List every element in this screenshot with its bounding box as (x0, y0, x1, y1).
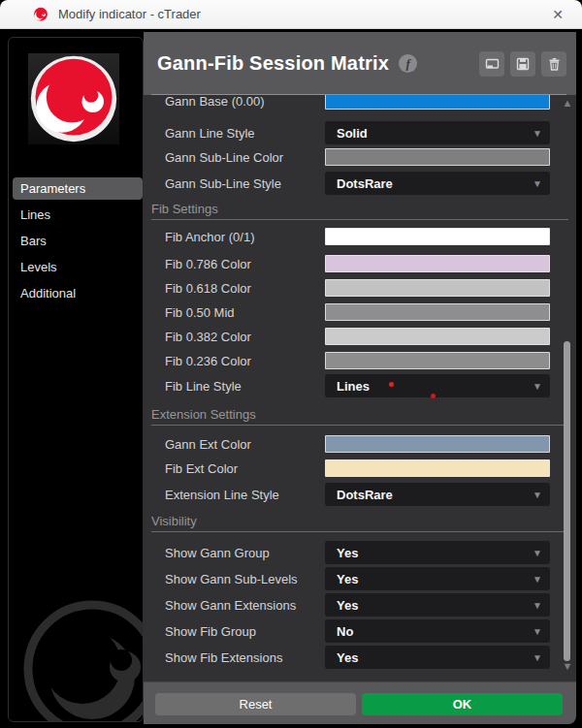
param-row-fib-50: Fib 0.50 Mid (144, 303, 576, 321)
section-divider (151, 219, 568, 220)
param-row-extension-line-style: Extension Line Style DotsRare ▼ (144, 483, 576, 506)
dropdown[interactable]: Solid ▼ (325, 121, 550, 144)
param-row-fib-anchor: Fib Anchor (0/1) (144, 228, 576, 245)
delete-button[interactable] (541, 51, 566, 77)
param-label: Show Fib Group (165, 619, 256, 643)
chevron-down-icon: ▼ (533, 178, 542, 189)
window-icon (485, 57, 500, 71)
scrollbar-thumb[interactable] (564, 341, 570, 661)
scroll-up-icon[interactable]: ▲ (559, 97, 576, 109)
color-swatch[interactable] (325, 303, 550, 321)
function-badge-icon: f (399, 54, 417, 73)
param-row-show-gann-group: Show Gann Group Yes ▼ (144, 541, 576, 564)
save-button[interactable] (510, 51, 535, 77)
param-row-fib-382: Fib 0.382 Color (144, 328, 576, 345)
param-label: Gann Ext Color (165, 435, 251, 453)
param-label: Fib Line Style (165, 374, 242, 397)
dropdown[interactable]: No ▼ (325, 619, 550, 643)
param-label: Show Fib Extensions (165, 646, 282, 669)
param-row-show-gann-extensions: Show Gann Extensions Yes ▼ (144, 593, 576, 617)
param-label: Fib 0.382 Color (165, 328, 251, 345)
dropdown-value: No (337, 624, 353, 639)
dropdown-value: Lines (337, 379, 370, 394)
color-swatch[interactable] (325, 228, 550, 245)
dropdown-value: Yes (337, 546, 358, 560)
chevron-down-icon: ▼ (533, 626, 542, 637)
dropdown[interactable]: Yes ▼ (325, 593, 550, 617)
reset-button[interactable]: Reset (155, 693, 356, 715)
param-row-fib-618: Fib 0.618 Color (144, 279, 576, 297)
sidebar-item-label: Bars (20, 234, 47, 248)
param-row-show-gann-sublevels: Show Gann Sub-Levels Yes ▼ (144, 567, 576, 590)
color-swatch[interactable] (325, 148, 550, 166)
param-label: Fib Anchor (0/1) (165, 228, 255, 245)
color-swatch[interactable] (325, 255, 550, 272)
chevron-down-icon: ▼ (533, 574, 542, 585)
param-row-show-fib-extensions: Show Fib Extensions Yes ▼ (144, 646, 576, 669)
param-label: Gann Line Style (165, 121, 255, 144)
param-row-fib-line-style: Fib Line Style Lines ▼ (144, 374, 576, 397)
sidebar-item-label: Lines (20, 207, 50, 222)
sidebar-item-label: Levels (20, 260, 57, 274)
red-marker-dot (389, 382, 394, 387)
color-swatch[interactable] (325, 279, 550, 297)
section-extension-settings: Extension Settings (144, 407, 576, 425)
dialog-footer: Reset OK (144, 681, 576, 724)
param-row-fib-786: Fib 0.786 Color (144, 255, 576, 272)
sidebar-item-levels[interactable]: Levels (9, 256, 143, 278)
section-title: Fib Settings (151, 202, 218, 216)
window-title: Modify indicator - cTrader (58, 7, 201, 21)
sidebar-item-label: Additional (20, 286, 76, 301)
dropdown[interactable]: DotsRare ▼ (325, 483, 550, 506)
dropdown[interactable]: Yes ▼ (325, 541, 550, 564)
move-to-window-button[interactable] (479, 51, 504, 77)
sidebar: Parameters Lines Bars Levels Additional (8, 37, 144, 722)
dropdown-value: Yes (337, 598, 358, 613)
chevron-down-icon: ▼ (533, 652, 542, 663)
param-label: Fib Ext Color (165, 459, 238, 477)
parameters-panel: Gann Base (0.00) Gann Line Style Solid ▼… (144, 95, 576, 681)
param-row-gann-line-style: Gann Line Style Solid ▼ (144, 121, 576, 144)
param-row-gann-base: Gann Base (0.00) (144, 95, 576, 110)
sidebar-item-parameters[interactable]: Parameters (13, 177, 143, 200)
param-label: Gann Sub-Line Color (165, 148, 283, 166)
param-row-fib-ext-color: Fib Ext Color (144, 459, 576, 477)
param-label: Gann Base (0.00) (165, 95, 265, 110)
color-swatch[interactable] (325, 328, 550, 345)
chevron-down-icon: ▼ (533, 381, 542, 392)
color-swatch[interactable] (325, 352, 550, 369)
section-title: Extension Settings (151, 407, 256, 422)
dropdown[interactable]: Yes ▼ (325, 567, 550, 590)
section-divider (151, 425, 568, 426)
param-row-gann-ext-color: Gann Ext Color (144, 435, 576, 453)
color-swatch[interactable] (325, 95, 550, 110)
chevron-down-icon: ▼ (533, 490, 542, 500)
red-marker-dot (431, 394, 436, 398)
ok-button[interactable]: OK (362, 693, 563, 715)
ctrader-logo-large-icon (28, 53, 119, 144)
param-label: Show Gann Group (165, 541, 270, 564)
dropdown[interactable]: Lines ▼ (325, 374, 550, 397)
sidebar-item-lines[interactable]: Lines (9, 204, 143, 226)
color-swatch[interactable] (325, 459, 550, 477)
chevron-down-icon: ▼ (533, 548, 542, 558)
sidebar-menu: Parameters Lines Bars Levels Additional (9, 177, 143, 308)
chevron-down-icon: ▼ (533, 128, 542, 139)
dropdown[interactable]: DotsRare ▼ (325, 172, 550, 195)
color-swatch[interactable] (325, 435, 550, 453)
param-row-gann-subline-style: Gann Sub-Line Style DotsRare ▼ (144, 172, 576, 195)
section-divider (151, 531, 568, 532)
sidebar-item-additional[interactable]: Additional (9, 282, 143, 304)
scroll-down-icon[interactable]: ▼ (559, 660, 576, 672)
window-titlebar: Modify indicator - cTrader ✕ (0, 0, 582, 29)
param-label: Fib 0.618 Color (165, 279, 251, 297)
param-label: Show Gann Extensions (165, 593, 296, 617)
param-label: Show Gann Sub-Levels (165, 567, 298, 590)
param-label: Gann Sub-Line Style (165, 172, 281, 195)
ctrader-watermark-icon (8, 584, 144, 722)
section-visibility: Visibility (144, 514, 576, 531)
sidebar-item-bars[interactable]: Bars (9, 230, 143, 252)
ctrader-logo-icon (33, 7, 48, 22)
dropdown[interactable]: Yes ▼ (325, 646, 550, 669)
close-icon[interactable]: ✕ (547, 4, 568, 25)
